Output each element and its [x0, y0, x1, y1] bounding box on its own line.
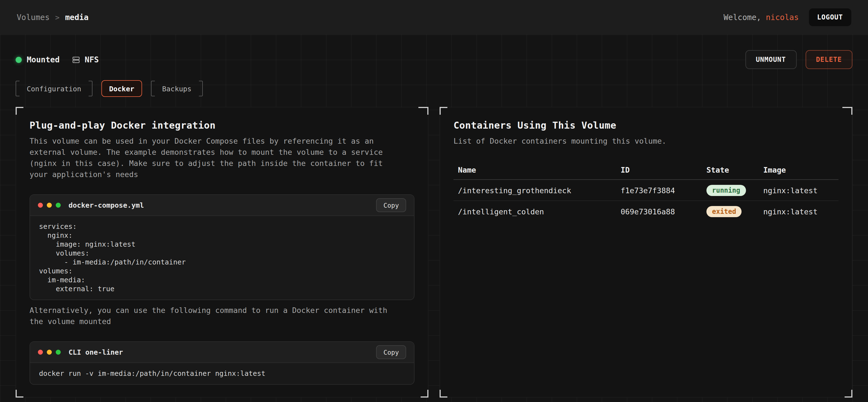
- compose-code: services: nginx: image: nginx:latest vol…: [30, 216, 414, 300]
- top-bar-right: Welcome, nicolas LOGOUT: [724, 8, 851, 26]
- header-state: State: [707, 165, 763, 174]
- nfs-server-icon: [72, 56, 80, 64]
- corner-bracket-icon: [842, 107, 852, 115]
- traffic-lights-icon: [38, 203, 61, 208]
- containers-table-body: /interesting_grothendieckf1e73e7f3884run…: [454, 180, 838, 222]
- corner-bracket-icon: [440, 390, 447, 398]
- bracket-left-icon: [151, 81, 155, 96]
- delete-button[interactable]: DELETE: [805, 50, 852, 69]
- traffic-yellow-icon: [47, 203, 52, 208]
- container-id: f1e73e7f3884: [621, 186, 707, 195]
- container-image: nginx:latest: [763, 207, 834, 216]
- panels: Plug-and-play Docker integration This vo…: [16, 107, 852, 398]
- table-row: /intelligent_colden069e73016a88exitedngi…: [454, 201, 838, 222]
- corner-bracket-icon: [16, 107, 23, 115]
- header-id: ID: [621, 165, 707, 174]
- containers-panel-subtitle: List of Docker containers mounting this …: [454, 135, 827, 146]
- traffic-red-icon: [38, 203, 43, 208]
- mounted-label: Mounted: [27, 55, 60, 64]
- tab-configuration[interactable]: Configuration: [16, 80, 92, 97]
- traffic-green-icon: [56, 350, 61, 355]
- bracket-left-icon: [16, 81, 20, 96]
- main-area: Mounted NFS UNMOUNT DELETE Configuration…: [0, 35, 868, 402]
- compose-code-card: docker-compose.yml Copy services: nginx:…: [30, 194, 414, 300]
- traffic-green-icon: [56, 203, 61, 208]
- status-left: Mounted NFS: [16, 55, 99, 64]
- cli-filename: CLI one-liner: [68, 348, 123, 356]
- header-name: Name: [458, 165, 621, 174]
- corner-bracket-icon: [845, 390, 852, 398]
- state-badge: exited: [707, 206, 742, 217]
- cli-intro-text: Alternatively, you can use the following…: [30, 305, 403, 327]
- containers-panel-title: Containers Using This Volume: [454, 120, 838, 131]
- docker-panel: Plug-and-play Docker integration This vo…: [16, 107, 428, 398]
- table-row: /interesting_grothendieckf1e73e7f3884run…: [454, 180, 838, 201]
- header-image: Image: [763, 165, 834, 174]
- corner-bracket-icon: [16, 390, 23, 398]
- compose-filename: docker-compose.yml: [68, 201, 144, 209]
- app: Volumes > media Welcome, nicolas LOGOUT …: [0, 0, 868, 402]
- welcome-text: Welcome, nicolas: [724, 13, 799, 22]
- state-badge: running: [707, 185, 746, 196]
- mounted-status-dot: [16, 57, 22, 63]
- cli-code-card: CLI one-liner Copy docker run -v im-medi…: [30, 341, 414, 385]
- username: nicolas: [766, 13, 799, 22]
- traffic-yellow-icon: [47, 350, 52, 355]
- container-state-cell: exited: [707, 206, 763, 217]
- status-actions: UNMOUNT DELETE: [745, 50, 852, 69]
- corner-bracket-icon: [421, 390, 428, 398]
- corner-bracket-icon: [440, 107, 447, 115]
- tab-docker[interactable]: Docker: [101, 80, 142, 97]
- containers-table-header: Name ID State Image: [454, 160, 838, 180]
- container-id: 069e73016a88: [621, 207, 707, 216]
- unmount-button[interactable]: UNMOUNT: [745, 50, 797, 69]
- breadcrumb: Volumes > media: [17, 13, 89, 22]
- traffic-lights-icon: [38, 350, 61, 355]
- logout-button[interactable]: LOGOUT: [809, 8, 851, 26]
- breadcrumb-current: media: [65, 13, 89, 22]
- containers-table: Name ID State Image /interesting_grothen…: [454, 160, 838, 222]
- container-image: nginx:latest: [763, 186, 834, 195]
- docker-panel-title: Plug-and-play Docker integration: [30, 120, 414, 131]
- welcome-label: Welcome,: [724, 13, 761, 22]
- driver-group: NFS: [72, 55, 99, 64]
- corner-bracket-icon: [418, 107, 428, 115]
- breadcrumb-separator-icon: >: [55, 13, 60, 22]
- breadcrumb-volumes[interactable]: Volumes: [17, 13, 50, 22]
- tab-backups[interactable]: Backups: [151, 80, 203, 97]
- container-state-cell: running: [707, 185, 763, 196]
- container-name: /intelligent_colden: [458, 207, 621, 216]
- containers-panel: Containers Using This Volume List of Doc…: [440, 107, 852, 398]
- cli-code: docker run -v im-media:/path/in/containe…: [30, 363, 414, 384]
- bracket-right-icon: [198, 81, 203, 96]
- traffic-red-icon: [38, 350, 43, 355]
- tab-label: Configuration: [20, 85, 89, 93]
- driver-label: NFS: [85, 55, 99, 64]
- cli-copy-button[interactable]: Copy: [376, 345, 406, 359]
- status-bar: Mounted NFS UNMOUNT DELETE: [16, 35, 852, 69]
- tab-label: Backups: [155, 85, 198, 93]
- tab-label: Docker: [102, 85, 142, 93]
- compose-card-header: docker-compose.yml Copy: [30, 195, 414, 216]
- container-name: /interesting_grothendieck: [458, 186, 621, 195]
- bracket-right-icon: [89, 81, 92, 96]
- tabs: ConfigurationDockerBackups: [16, 80, 852, 97]
- cli-card-header: CLI one-liner Copy: [30, 342, 414, 363]
- top-bar: Volumes > media Welcome, nicolas LOGOUT: [0, 0, 868, 35]
- compose-copy-button[interactable]: Copy: [376, 198, 406, 212]
- docker-panel-description: This volume can be used in your Docker C…: [30, 135, 403, 180]
